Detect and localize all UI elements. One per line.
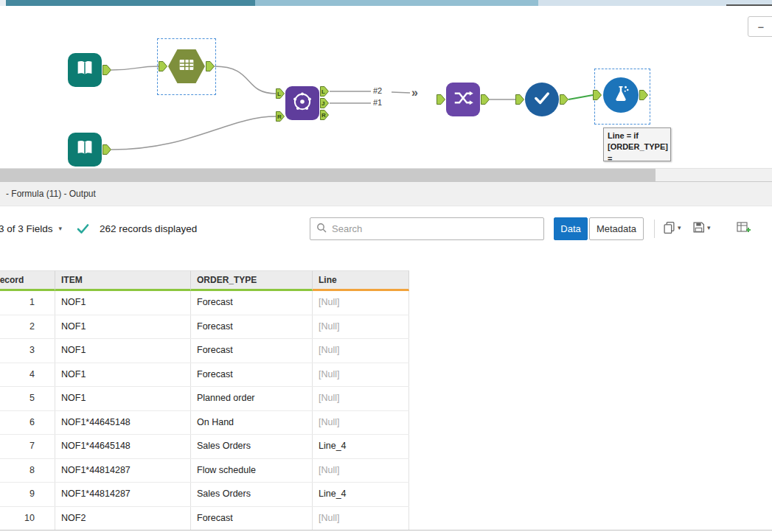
record-cell[interactable]: 10 <box>0 507 55 531</box>
order-type-cell[interactable]: Planned order <box>191 387 313 410</box>
item-cell[interactable]: NOF1*44814287 <box>55 483 191 506</box>
item-cell[interactable]: NOF1*44814287 <box>55 459 191 483</box>
join-input-anchor-left[interactable]: L <box>276 88 285 99</box>
column-header-order-type[interactable]: ORDER_TYPE <box>191 270 313 291</box>
join-output-anchor-l[interactable]: L <box>320 86 329 97</box>
anchor-letter: R <box>321 112 326 119</box>
output-anchor[interactable] <box>102 65 111 75</box>
connection-label2-to-union[interactable] <box>392 92 410 93</box>
zoom-out-button[interactable]: − <box>748 16 772 37</box>
record-cell[interactable]: 9 <box>0 483 55 506</box>
record-cell[interactable]: 1 <box>0 291 55 315</box>
table-row[interactable]: 5NOF1Planned order[Null] <box>0 387 409 411</box>
table-row[interactable]: 9NOF1*44814287Sales OrdersLine_4 <box>0 483 409 507</box>
table-row[interactable]: 10NOF2Forecast[Null] <box>0 507 409 531</box>
line-cell[interactable]: [Null] <box>313 339 409 363</box>
table-row[interactable]: 6NOF1*44645148On Hand[Null] <box>0 411 409 435</box>
fields-summary-dropdown[interactable]: 3 of 3 Fields <box>0 223 53 234</box>
line-cell[interactable]: [Null] <box>313 291 409 315</box>
item-cell[interactable]: NOF2 <box>55 507 191 531</box>
unique-tool[interactable] <box>525 83 559 116</box>
copy-dropdown-button[interactable]: ▾ <box>663 221 681 237</box>
formula-tool[interactable] <box>603 77 639 113</box>
record-cell[interactable]: 6 <box>0 411 55 435</box>
item-cell[interactable]: NOF1 <box>55 363 191 387</box>
record-cell[interactable]: 3 <box>0 339 55 363</box>
join-tool[interactable] <box>285 86 319 120</box>
output-anchor[interactable] <box>481 94 490 105</box>
line-cell[interactable]: [Null] <box>313 507 409 531</box>
input-data-tool-2[interactable] <box>68 133 102 167</box>
connection-check-to-formula-selected[interactable] <box>568 95 593 99</box>
column-header-record[interactable]: Record <box>0 270 55 291</box>
join-output-anchor-j[interactable]: J <box>320 98 329 108</box>
item-cell[interactable]: NOF1 <box>55 315 191 339</box>
line-cell[interactable]: [Null] <box>313 459 409 483</box>
table-row[interactable]: 3NOF1Forecast[Null] <box>0 339 409 363</box>
panel-title: - Formula (11) - Output <box>6 189 96 199</box>
table-row[interactable]: 2NOF1Forecast[Null] <box>0 315 409 340</box>
input-data-tool-1[interactable] <box>68 53 102 87</box>
output-anchor[interactable] <box>560 94 568 105</box>
item-cell[interactable]: NOF1 <box>55 291 191 315</box>
input-anchor[interactable] <box>437 94 445 105</box>
line-cell[interactable]: [Null] <box>313 363 409 387</box>
record-cell[interactable]: 5 <box>0 387 55 410</box>
order-type-cell[interactable]: On Hand <box>191 411 313 435</box>
record-cell[interactable]: 4 <box>0 363 55 387</box>
item-cell[interactable]: NOF1*44645148 <box>55 435 191 458</box>
workflow-canvas[interactable]: L R L J R #2 #1 » Line = if [ORDER_TYPE]… <box>0 6 772 168</box>
line-cell[interactable]: Line_4 <box>313 483 409 506</box>
column-header-item[interactable]: ITEM <box>55 270 191 291</box>
line-cell[interactable]: [Null] <box>313 315 409 339</box>
record-cell[interactable]: 8 <box>0 459 55 483</box>
output-anchor[interactable] <box>206 61 215 71</box>
connection-label-2[interactable]: #2 <box>373 86 382 95</box>
new-results-window-button[interactable] <box>737 221 751 237</box>
output-anchor[interactable] <box>639 90 648 100</box>
order-type-cell[interactable]: Forecast <box>191 339 313 363</box>
order-type-cell[interactable]: Forecast <box>191 363 313 387</box>
order-type-cell[interactable]: Flow schedule <box>191 459 313 483</box>
order-type-cell[interactable]: Sales Orders <box>191 483 313 506</box>
data-tab-button[interactable]: Data <box>554 217 588 240</box>
item-cell[interactable]: NOF1 <box>55 387 191 410</box>
table-row[interactable]: 7NOF1*44645148Sales OrdersLine_4 <box>0 435 409 459</box>
save-dropdown-button[interactable]: ▾ <box>692 221 711 237</box>
record-cell[interactable]: 2 <box>0 315 55 339</box>
output-anchor[interactable] <box>102 144 111 155</box>
chevron-down-icon[interactable]: ▾ <box>59 225 63 232</box>
order-type-cell[interactable]: Forecast <box>191 291 313 315</box>
search-input[interactable] <box>332 223 543 234</box>
line-cell[interactable]: Line_4 <box>313 435 409 458</box>
join-output-anchor-r[interactable]: R <box>320 110 329 120</box>
table-row[interactable]: 4NOF1Forecast[Null] <box>0 363 409 388</box>
book-icon <box>74 57 96 83</box>
metadata-tab-button[interactable]: Metadata <box>589 217 644 240</box>
table-row[interactable]: 8NOF1*44814287Flow schedule[Null] <box>0 459 409 483</box>
connection-textinput-to-join[interactable] <box>215 66 276 94</box>
tool-annotation[interactable]: Line = if [ORDER_TYPE] = <box>603 127 671 161</box>
horizontal-scrollbar[interactable] <box>0 168 772 181</box>
connection-input2-to-join[interactable] <box>111 116 276 150</box>
order-type-cell[interactable]: Forecast <box>191 507 313 531</box>
scrollbar-thumb[interactable] <box>0 169 655 182</box>
join-input-anchor-right[interactable]: R <box>276 111 285 122</box>
order-type-cell[interactable]: Forecast <box>191 315 313 339</box>
results-panel: - Formula (11) - Output 3 of 3 Fields ▾ … <box>0 181 772 532</box>
item-cell[interactable]: NOF1 <box>55 339 191 363</box>
connection-label-1[interactable]: #1 <box>373 98 382 107</box>
record-cell[interactable]: 7 <box>0 435 55 458</box>
line-cell[interactable]: [Null] <box>313 387 409 410</box>
item-cell[interactable]: NOF1*44645148 <box>55 411 191 435</box>
table-row[interactable]: 1NOF1Forecast[Null] <box>0 291 409 315</box>
search-box[interactable] <box>310 217 544 240</box>
connection-input-to-textinput[interactable] <box>111 66 159 70</box>
order-type-cell[interactable]: Sales Orders <box>191 435 313 458</box>
input-anchor[interactable] <box>159 61 167 71</box>
union-tool[interactable] <box>446 83 480 116</box>
input-anchor[interactable] <box>515 94 524 105</box>
column-header-line[interactable]: Line <box>313 270 409 291</box>
input-anchor[interactable] <box>593 90 602 100</box>
line-cell[interactable]: [Null] <box>313 411 409 435</box>
